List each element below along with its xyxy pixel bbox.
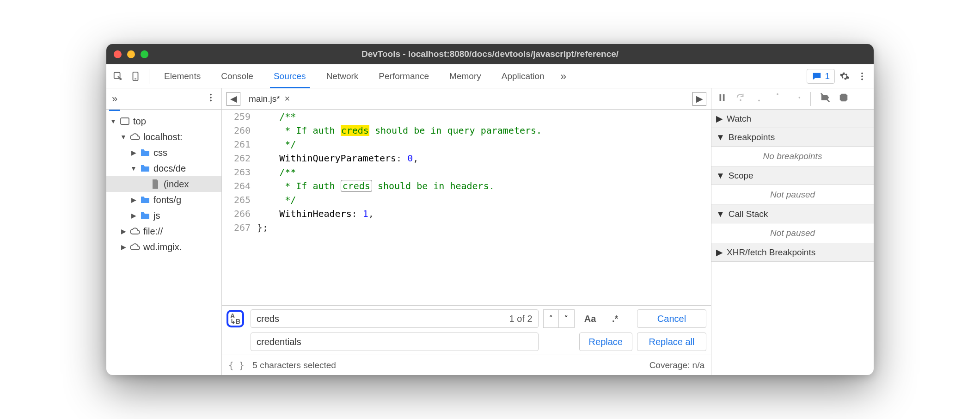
folder-icon: [140, 195, 151, 204]
badge-count: 1: [825, 71, 830, 81]
content-area: » ▼ top ▼ localhost: ▶: [106, 88, 874, 375]
replace-button[interactable]: Replace: [579, 333, 632, 351]
tree-css[interactable]: ▶ css: [106, 145, 221, 160]
callstack-empty: Not paused: [711, 223, 874, 243]
step-icon[interactable]: [791, 92, 801, 105]
tree-fonts[interactable]: ▶ fonts/g: [106, 192, 221, 208]
cancel-button[interactable]: Cancel: [637, 309, 706, 328]
find-replace-bar: A↳B creds 1 of 2 ˄ ˅ Aa .* Cancel creden…: [222, 305, 711, 355]
tab-application[interactable]: Application: [492, 64, 554, 88]
tab-performance[interactable]: Performance: [369, 64, 438, 88]
svg-point-13: [777, 93, 778, 95]
nav-back-icon[interactable]: ◀: [227, 92, 240, 106]
tree-label: js: [153, 210, 160, 221]
breakpoints-section[interactable]: ▼Breakpoints: [711, 128, 874, 147]
callstack-section[interactable]: ▼Call Stack: [711, 205, 874, 223]
folder-icon: [140, 164, 151, 173]
step-over-icon[interactable]: [735, 92, 746, 105]
replace-input[interactable]: credentials: [251, 333, 539, 351]
tab-elements[interactable]: Elements: [155, 64, 210, 88]
tree-js[interactable]: ▶ js: [106, 208, 221, 223]
editor-status-bar: { } 5 characters selected Coverage: n/a: [222, 355, 711, 375]
match-case-toggle[interactable]: Aa: [579, 309, 601, 328]
next-match-button[interactable]: ˅: [559, 309, 575, 328]
tree-docs[interactable]: ▼ docs/de: [106, 160, 221, 176]
cloud-icon: [129, 242, 141, 252]
svg-point-6: [210, 97, 212, 99]
tab-memory[interactable]: Memory: [440, 64, 490, 88]
tree-label: wd.imgix.: [143, 242, 182, 253]
cloud-icon: [129, 227, 141, 236]
watch-section[interactable]: ▶Watch: [711, 110, 874, 128]
step-out-icon[interactable]: [772, 92, 783, 105]
coverage-status: Coverage: n/a: [649, 360, 704, 370]
navigator-panel: » ▼ top ▼ localhost: ▶: [106, 88, 222, 375]
code-area[interactable]: /** * If auth creds should be in query p…: [257, 110, 711, 305]
main-tabs-bar: Elements Console Sources Network Perform…: [106, 64, 874, 88]
svg-point-7: [210, 100, 212, 102]
close-tab-icon[interactable]: ×: [285, 93, 290, 104]
code-editor[interactable]: 259260261262263264265266267 /** * If aut…: [222, 110, 711, 305]
replace-toggle-icon[interactable]: A↳B: [227, 310, 244, 327]
messages-badge[interactable]: 1: [807, 69, 835, 84]
tree-index-selected[interactable]: (index: [106, 176, 221, 192]
breakpoints-empty: No breakpoints: [711, 147, 874, 166]
file-tab-main[interactable]: main.js* ×: [245, 88, 294, 109]
pause-on-exceptions-icon[interactable]: [839, 92, 849, 105]
tab-label: Memory: [449, 71, 481, 81]
svg-point-3: [861, 75, 863, 77]
tree-host[interactable]: ▼ localhost:: [106, 129, 221, 145]
file-tree: ▼ top ▼ localhost: ▶ css ▼ docs/: [106, 110, 221, 259]
xhr-breakpoints-section[interactable]: ▶XHR/fetch Breakpoints: [711, 243, 874, 262]
tree-label: (index: [164, 179, 189, 190]
tree-top[interactable]: ▼ top: [106, 113, 221, 129]
tab-label: Application: [502, 71, 545, 81]
step-into-icon[interactable]: [754, 92, 764, 105]
tab-label: Sources: [274, 71, 306, 81]
scope-section[interactable]: ▼Scope: [711, 166, 874, 185]
svg-point-14: [799, 97, 801, 99]
regex-toggle[interactable]: .*: [604, 309, 626, 328]
separator: [149, 69, 149, 84]
kebab-menu-icon[interactable]: [206, 92, 216, 105]
tab-sources[interactable]: Sources: [264, 64, 315, 88]
window-title: DevTools - localhost:8080/docs/devtools/…: [106, 49, 874, 59]
more-tabs-icon[interactable]: »: [556, 68, 571, 84]
tree-label: css: [153, 148, 167, 158]
tree-label: docs/de: [153, 163, 186, 174]
selection-status: 5 characters selected: [252, 360, 336, 370]
tree-label: file://: [143, 226, 163, 237]
replace-all-button[interactable]: Replace all: [637, 333, 706, 351]
kebab-menu-icon[interactable]: [854, 68, 870, 84]
tab-network[interactable]: Network: [317, 64, 368, 88]
inspect-icon[interactable]: [110, 68, 126, 84]
tab-label: Elements: [164, 71, 201, 81]
tree-label: top: [133, 116, 146, 127]
svg-point-11: [740, 99, 741, 101]
debugger-toolbar: [711, 88, 874, 110]
folder-icon: [140, 211, 151, 220]
tab-console[interactable]: Console: [212, 64, 263, 88]
svg-point-12: [758, 100, 760, 102]
svg-point-2: [861, 72, 863, 74]
device-toggle-icon[interactable]: [128, 68, 143, 84]
pretty-print-icon[interactable]: { }: [228, 360, 244, 370]
tree-file-scheme[interactable]: ▶ file://: [106, 223, 221, 239]
find-input[interactable]: creds 1 of 2: [251, 309, 539, 328]
prev-match-button[interactable]: ˄: [543, 309, 559, 328]
tree-wd[interactable]: ▶ wd.imgix.: [106, 239, 221, 255]
tab-label: Network: [326, 71, 359, 81]
svg-rect-1: [133, 72, 138, 80]
pause-icon[interactable]: [717, 92, 727, 105]
cloud-icon: [129, 132, 141, 142]
nav-forward-icon[interactable]: ▶: [692, 92, 706, 106]
deactivate-breakpoints-icon[interactable]: [820, 92, 830, 105]
section-label: XHR/fetch Breakpoints: [727, 247, 815, 258]
page-icon: [150, 179, 161, 189]
tree-label: fonts/g: [153, 195, 181, 205]
folder-icon: [140, 148, 151, 157]
section-label: Watch: [727, 114, 751, 124]
settings-icon[interactable]: [837, 68, 852, 84]
navigator-overflow-icon[interactable]: »: [112, 93, 117, 105]
svg-rect-9: [720, 94, 722, 101]
